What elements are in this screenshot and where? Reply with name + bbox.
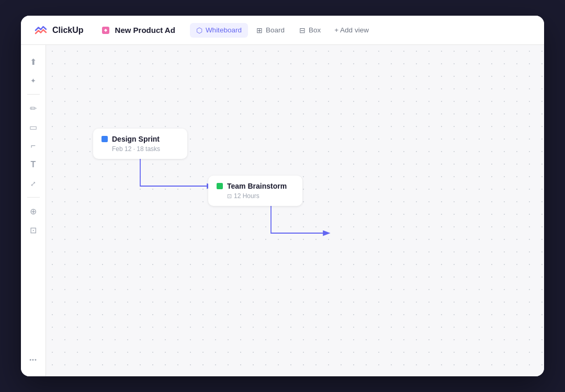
sidebar-divider-1 — [27, 94, 40, 95]
project-name-area: New Product Ad — [100, 25, 175, 36]
main-content: ⬆ ✦ ✏ ▭ ⌐ T ⤢ ⊕ ⊡ ••• — [21, 45, 544, 376]
box-label: Box — [309, 26, 321, 34]
note-tool-icon[interactable]: ⌐ — [25, 137, 42, 154]
add-view-button[interactable]: + Add view — [329, 23, 374, 37]
hours-icon: ⊡ — [227, 193, 232, 200]
clickup-logo-icon — [33, 23, 48, 38]
tab-board[interactable]: ⊞ Board — [250, 23, 291, 38]
card-header: Design Sprint — [101, 135, 179, 143]
tab-box[interactable]: ⊟ Box — [293, 23, 327, 38]
board-label: Board — [266, 26, 285, 34]
pen-tool-icon[interactable]: ✏ — [25, 100, 42, 117]
nav-tabs: ⬡ Whiteboard ⊞ Board ⊟ Box + Add view — [190, 23, 374, 38]
globe-tool-icon[interactable]: ⊕ — [25, 203, 42, 220]
header: ClickUp New Product Ad ⬡ Whiteboard ⊞ Bo… — [21, 16, 544, 45]
magic-tool-icon[interactable]: ✦ — [25, 72, 42, 89]
rectangle-tool-icon[interactable]: ▭ — [25, 119, 42, 135]
card-header-2: Team Brainstorm — [217, 182, 294, 190]
team-brainstorm-dot — [217, 183, 223, 189]
image-tool-icon[interactable]: ⊡ — [25, 222, 42, 238]
team-brainstorm-hours: 12 Hours — [234, 192, 259, 200]
cursor-tool-icon[interactable]: ⬆ — [25, 53, 42, 70]
arrows-svg — [46, 45, 544, 376]
team-brainstorm-card[interactable]: Team Brainstorm ⊡ 12 Hours — [208, 176, 302, 206]
board-icon: ⊞ — [256, 26, 263, 34]
design-sprint-title: Design Sprint — [112, 135, 160, 143]
app-window: ClickUp New Product Ad ⬡ Whiteboard ⊞ Bo… — [21, 16, 544, 376]
design-sprint-dot — [101, 136, 108, 142]
design-sprint-card[interactable]: Design Sprint Feb 12 · 18 tasks — [93, 129, 187, 159]
team-brainstorm-sub: ⊡ 12 Hours — [227, 192, 294, 200]
canvas-area[interactable]: Design Sprint Feb 12 · 18 tasks Team Bra… — [46, 45, 544, 376]
team-brainstorm-title: Team Brainstorm — [227, 182, 287, 190]
add-view-label: + Add view — [334, 26, 369, 34]
sidebar: ⬆ ✦ ✏ ▭ ⌐ T ⤢ ⊕ ⊡ ••• — [21, 45, 46, 376]
tab-whiteboard[interactable]: ⬡ Whiteboard — [190, 23, 248, 38]
whiteboard-icon: ⬡ — [196, 26, 202, 34]
logo-area: ClickUp — [33, 23, 84, 38]
design-sprint-meta: Feb 12 · 18 tasks — [112, 145, 179, 153]
text-tool-icon[interactable]: T — [25, 156, 42, 173]
sidebar-bottom: ••• — [25, 351, 42, 368]
more-tool-icon[interactable]: ••• — [25, 351, 42, 368]
project-icon — [100, 25, 111, 36]
project-title: New Product Ad — [115, 26, 175, 34]
connect-tool-icon[interactable]: ⤢ — [25, 175, 42, 192]
logo-text: ClickUp — [52, 26, 84, 35]
box-icon: ⊟ — [299, 26, 306, 34]
sidebar-divider-2 — [27, 197, 40, 198]
whiteboard-label: Whiteboard — [206, 26, 242, 34]
